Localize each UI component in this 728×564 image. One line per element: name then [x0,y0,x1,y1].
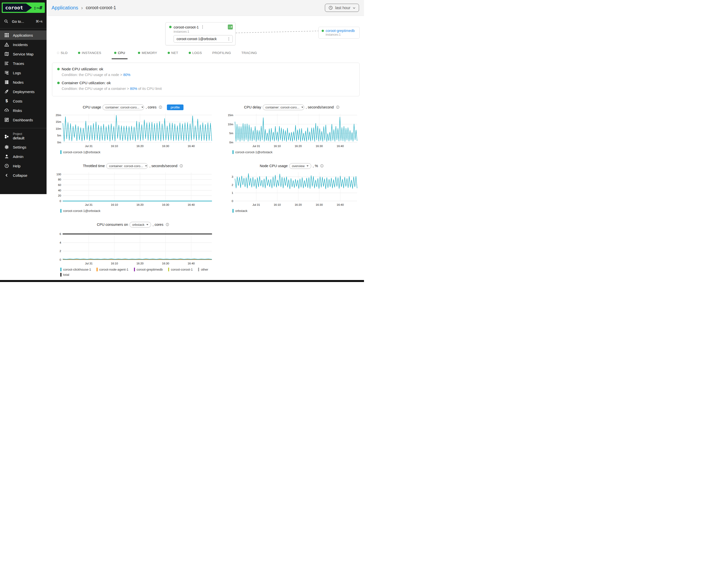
tab-cpu[interactable]: CPU [112,51,128,59]
tab-logs[interactable]: LOGS [189,51,202,59]
sidebar-item-risks[interactable]: Risks [0,106,47,115]
legend-item[interactable]: coroot-greptimedb [134,268,163,271]
instance-item[interactable]: coroot-coroot-1@orbstack [174,35,233,43]
svg-text:60: 60 [58,183,61,186]
legend-item[interactable]: coroot-coroot-1@orbstack [60,209,100,213]
svg-text:6: 6 [60,232,61,235]
legend-item[interactable]: coroot-node-agent-1 [97,268,129,271]
sidebar-item-label: Dashboards [13,118,33,122]
container-selector[interactable]: container: coroot-coro... [103,104,144,110]
info-icon[interactable] [165,223,169,227]
selector-value: container: coroot-coro... [265,105,299,109]
svg-text:16:30: 16:30 [316,203,323,206]
info-icon[interactable] [320,164,324,168]
tab-instances[interactable]: INSTANCES [78,51,101,59]
legend-item[interactable]: total [60,273,69,277]
legend-item[interactable]: coroot-coroot-1@orbstack [60,150,100,154]
threshold-link[interactable]: 80% [123,73,130,77]
svg-text:16:10: 16:10 [111,145,118,148]
tab-status-dot [114,52,116,54]
sidebar-item-service-map[interactable]: Service Map [0,49,47,59]
throttled-time-plot[interactable]: Jul 3116:1016:2016:3016:40020406080100 [52,170,214,207]
sidebar-item-nodes[interactable]: Nodes [0,77,47,87]
tab-label: MEMORY [142,51,157,55]
sidebar-item-label: Admin [13,154,24,159]
svg-text:2: 2 [60,250,61,253]
check-node-cpu: Node CPU utilization: ok [57,67,354,71]
chart-unit: , seconds/second [149,164,177,168]
legend-item[interactable]: coroot-coroot-1 [168,268,193,271]
legend-label: other [201,268,208,271]
storm-cloud-icon [4,108,9,113]
sidebar-collapse-button[interactable]: Collapse [0,171,47,180]
cpu-usage-plot[interactable]: Jul 3116:1016:2016:3016:400m5m10m15m20m [52,112,214,149]
breadcrumb-applications-link[interactable]: Applications [52,5,78,11]
svg-text:16:40: 16:40 [188,203,195,206]
legend-item[interactable]: coroot-clickhouse-1 [60,268,91,271]
sidebar-item-admin[interactable]: Admin [0,152,47,161]
svg-text:16:10: 16:10 [274,203,281,206]
kebab-menu-icon[interactable] [201,25,204,29]
node-cpu-usage-plot[interactable]: Jul 3116:1016:2016:3016:400123 [224,170,360,207]
map-icon [4,51,9,56]
tab-slo[interactable]: SLO [57,51,68,59]
goto-label: Go to... [12,19,24,24]
info-icon[interactable] [179,164,183,168]
legend-swatch [60,150,61,154]
legend-item[interactable]: other [198,268,208,271]
svg-text:16:30: 16:30 [162,262,169,265]
coroot-logo[interactable]: coroot :~# [2,2,45,13]
cpu-consumers-plot[interactable]: Jul 3116:1016:2016:3016:400246 [52,229,214,266]
service-map-section: coroot-coroot-1 :~# instances:1 coroot-c… [47,16,364,51]
sidebar-item-incidents[interactable]: Incidents [0,40,47,49]
legend-swatch [233,150,234,154]
legend-label: coroot-coroot-1@orbstack [63,150,100,154]
chart-legend: orbstack [233,209,360,213]
sidebar-item-label: Applications [13,33,33,37]
time-range-picker[interactable]: last hour [325,4,359,12]
sidebar-item-logs[interactable]: Logs [0,68,47,77]
tab-memory[interactable]: MEMORY [138,51,157,59]
caret-down-icon [146,224,148,225]
node-selector[interactable]: orbstack [130,222,151,228]
kebab-menu-icon[interactable] [227,37,231,41]
remote-node-card[interactable]: coroot-greptimedb instances:1 [318,27,360,39]
info-icon[interactable] [336,105,340,109]
sidebar-item-applications[interactable]: Applications [0,30,47,40]
instances-count: instances:1 [174,30,233,33]
container-selector[interactable]: container: coroot-coro... [263,104,304,110]
svg-text:16:40: 16:40 [337,145,344,148]
mode-selector[interactable]: overview [289,163,311,169]
caret-down-icon [301,107,303,108]
sidebar-item-costs[interactable]: $ Costs [0,96,47,106]
dashboard-tiles-icon [4,117,9,122]
profile-button[interactable]: profile [167,104,183,110]
help-circle-icon: ? [4,163,9,168]
sidebar-item-settings[interactable]: Settings [0,142,47,152]
legend-item[interactable]: orbstack [233,209,247,213]
svg-text:10m: 10m [228,123,233,126]
sidebar-item-traces[interactable]: Traces [0,59,47,68]
legend-label: coroot-coroot-1@orbstack [63,209,100,213]
instance-name: coroot-coroot-1@orbstack [177,37,217,41]
cpu-delay-plot[interactable]: Jul 3116:1016:2016:3016:400m5m10m15m [224,112,360,149]
chart-title-text: Throttled time [83,164,105,168]
goto-search[interactable]: Go to... ⌘+k [0,16,47,26]
sidebar-item-dashboards[interactable]: Dashboards [0,115,47,125]
report-tabs: SLO INSTANCES CPU MEMORY NET LOGS PROFIL… [47,51,364,59]
sidebar-item-help[interactable]: ? Help [0,161,47,171]
remote-node-link[interactable]: coroot-greptimedb [326,29,355,33]
svg-text:16:30: 16:30 [162,203,169,206]
sidebar-item-deployments[interactable]: Deployments [0,87,47,96]
chart-unit: , cores [153,223,163,227]
info-icon[interactable] [158,105,162,109]
tab-tracing[interactable]: TRACING [241,51,257,59]
project-switcher[interactable]: Project default [0,130,47,142]
tab-net[interactable]: NET [168,51,178,59]
legend-item[interactable]: coroot-coroot-1@orbstack [233,150,272,154]
app-node-card[interactable]: coroot-coroot-1 :~# instances:1 coroot-c… [165,22,235,45]
container-selector[interactable]: container: coroot-coro... [106,163,148,169]
threshold-link[interactable]: 80% [130,87,137,91]
legend-swatch [198,268,199,271]
tab-profiling[interactable]: PROFILING [212,51,231,59]
